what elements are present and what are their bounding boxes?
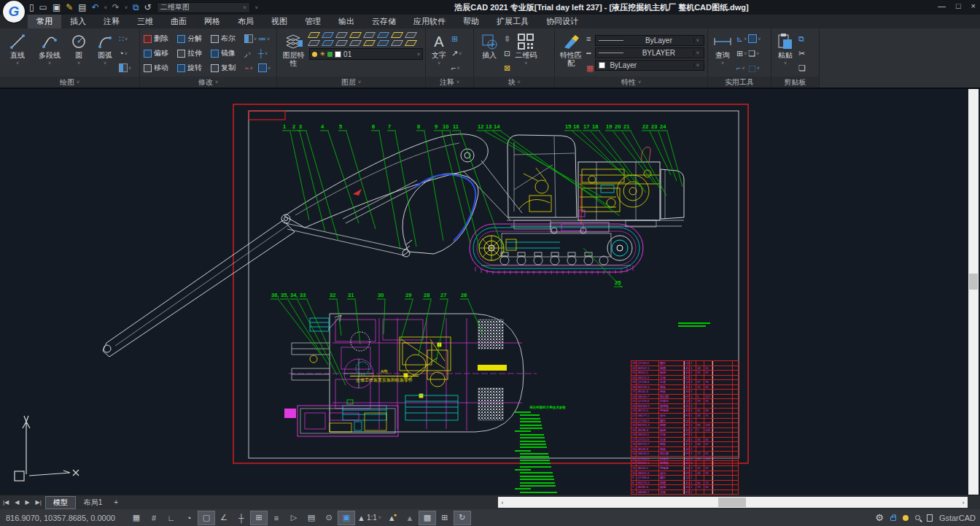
modify-旋转[interactable]: 旋转: [176, 61, 209, 75]
menu-tab-协同设计[interactable]: 协同设计: [537, 15, 587, 28]
vertical-scrollbar[interactable]: [968, 89, 979, 495]
point-tool-icon[interactable]: ∷: [119, 34, 124, 43]
status-clean-screen[interactable]: ↻: [454, 511, 470, 525]
panel-label-draw[interactable]: 绘图˅: [0, 77, 139, 88]
menu-tab-应用软件[interactable]: 应用软件: [405, 15, 454, 28]
copy-clip-icon[interactable]: ⧉: [798, 34, 804, 43]
first-tab-button[interactable]: |◀: [0, 499, 12, 506]
menu-tab-视图[interactable]: 视图: [262, 15, 296, 28]
dimension-tool-icon[interactable]: ⌐: [451, 63, 456, 72]
hardware-accel-bulb-icon[interactable]: [903, 515, 909, 521]
fillet-tool-icon[interactable]: ◞: [244, 49, 247, 58]
save-as-icon[interactable]: ✎: [66, 1, 73, 13]
layer-tool-icon-12[interactable]: [363, 40, 376, 46]
status-ortho-mode[interactable]: ∟: [163, 511, 179, 525]
window-maximize-button[interactable]: □: [956, 1, 961, 10]
modify-复制[interactable]: 复制: [209, 61, 243, 75]
panel-label-block[interactable]: 块˅: [474, 77, 554, 88]
refresh-icon[interactable]: ↺: [144, 1, 152, 13]
horizontal-scrollbar[interactable]: ‹ ›: [498, 497, 968, 508]
settings-gear-icon[interactable]: ⚙: [875, 514, 884, 522]
modify-拉伸[interactable]: 拉伸: [176, 46, 209, 61]
layer-tool-icon-5[interactable]: [377, 32, 389, 38]
break-tool-icon[interactable]: ┼: [258, 49, 264, 58]
menu-tab-注释[interactable]: 注释: [95, 15, 128, 28]
trim-tool-icon[interactable]: ⌁: [244, 63, 249, 72]
color-dropdown[interactable]: ByLayer˅: [595, 60, 704, 71]
next-tab-button[interactable]: ▶: [22, 499, 32, 506]
status-lineweight-display[interactable]: ≡: [268, 511, 284, 525]
menu-tab-扩展工具[interactable]: 扩展工具: [488, 15, 537, 28]
vertical-scrollbar-thumb[interactable]: [969, 274, 978, 290]
block-replace-icon[interactable]: ⊡: [504, 49, 510, 58]
undo-icon[interactable]: ↶: [92, 1, 99, 13]
plot-icon[interactable]: ▤: [78, 1, 86, 13]
drawing-canvas[interactable]: 1234567891011121314151617181920212223243…: [0, 88, 980, 495]
line-button[interactable]: 直线˅: [2, 30, 33, 77]
panel-label-clipboard[interactable]: 剪贴板: [771, 77, 819, 88]
layer-tool-icon-11[interactable]: [349, 40, 362, 46]
cut-clip-icon[interactable]: ✂: [798, 49, 805, 58]
layer-tool-icon-9[interactable]: [322, 40, 334, 46]
panel-label-modify[interactable]: 修改˅: [140, 77, 276, 88]
quick-select-icon[interactable]: [748, 34, 757, 43]
layer-tool-icon-6[interactable]: [391, 32, 403, 38]
layer-tool-icon-15[interactable]: [405, 40, 417, 46]
modify-分解[interactable]: 分解: [176, 31, 209, 46]
hscroll-right-arrow[interactable]: ›: [959, 499, 968, 506]
window-minimize-button[interactable]: —: [938, 1, 946, 10]
block-attribute-icon[interactable]: ⊠: [504, 63, 510, 72]
layer-tool-icon-2[interactable]: [335, 32, 348, 38]
status-quick-properties[interactable]: ⊞: [437, 511, 453, 525]
angle-measure-icon[interactable]: ⊾: [736, 34, 743, 43]
quick-calc-icon[interactable]: ⊞: [736, 49, 743, 58]
menu-tab-管理[interactable]: 管理: [296, 15, 330, 28]
menu-tab-网格[interactable]: 网格: [195, 15, 229, 28]
layer-tool-icon-10[interactable]: [335, 40, 348, 46]
color-list-icon[interactable]: ▦: [586, 63, 594, 72]
menu-tab-帮助[interactable]: 帮助: [454, 15, 488, 28]
modify-布尔[interactable]: 布尔: [209, 31, 243, 46]
match-properties-button[interactable]: 特性匹配: [557, 30, 585, 77]
array-tool-icon[interactable]: [244, 34, 253, 43]
new-file-icon[interactable]: ▯: [29, 1, 34, 13]
insert-block-button[interactable]: 插入: [476, 30, 502, 77]
ellipse-tool-icon[interactable]: ◔: [119, 49, 124, 58]
app-logo-icon[interactable]: G: [3, 1, 25, 23]
panel-label-annotate[interactable]: 注释˅: [426, 77, 473, 88]
inquiry-button[interactable]: 查询˅: [710, 30, 735, 77]
text-button[interactable]: A 文字˅: [428, 30, 450, 77]
layer-dropdown[interactable]: ☀ 01 ˅: [309, 48, 423, 60]
menu-tab-常用[interactable]: 常用: [28, 15, 61, 28]
linetype-list-icon[interactable]: ╍: [586, 49, 591, 58]
layer-properties-button[interactable]: 图层特性: [279, 30, 308, 77]
hscroll-left-arrow[interactable]: ‹: [498, 499, 507, 506]
redo-icon[interactable]: ↷: [112, 1, 120, 13]
status-isolate-objects[interactable]: ▩: [419, 511, 435, 525]
menu-tab-插入[interactable]: 插入: [61, 15, 95, 28]
hatch-tool-icon[interactable]: [119, 63, 128, 72]
panel-label-utilities[interactable]: 实用工具: [708, 77, 771, 88]
qat-overflow-caret-icon[interactable]: ˅: [255, 5, 258, 10]
select-all-icon[interactable]: ❏: [748, 49, 755, 58]
align-tool-icon[interactable]: ≔: [258, 34, 266, 43]
workspace-dropdown[interactable]: 二维草图 ˅: [157, 2, 250, 13]
layer-tool-icon-14[interactable]: [391, 40, 403, 46]
status-dynamic-ucs[interactable]: ⊞: [251, 511, 267, 525]
add-layout-button[interactable]: +: [109, 498, 122, 506]
block-scale-icon[interactable]: ⇳: [504, 34, 510, 43]
status-dynamic-input[interactable]: ▷: [286, 511, 302, 525]
status-layer-stack[interactable]: ▤: [303, 511, 319, 525]
find-icon[interactable]: [915, 515, 920, 520]
layer-states-icon[interactable]: ⧉: [133, 1, 139, 13]
polyline-button[interactable]: 多段线˅: [34, 30, 65, 77]
panel-label-layers[interactable]: 图层˅: [277, 77, 425, 88]
menu-tab-曲面[interactable]: 曲面: [162, 15, 195, 28]
layer-tool-icon-7[interactable]: [405, 32, 417, 38]
menu-tab-布局[interactable]: 布局: [229, 15, 262, 28]
qr-code-button[interactable]: 二维码˅: [512, 30, 540, 77]
menu-tab-云存储[interactable]: 云存储: [363, 15, 405, 28]
undo-caret-icon[interactable]: ˅: [104, 5, 107, 10]
layout-tab-布局1[interactable]: 布局1: [77, 497, 110, 508]
modify-删除[interactable]: 删除: [142, 31, 176, 46]
